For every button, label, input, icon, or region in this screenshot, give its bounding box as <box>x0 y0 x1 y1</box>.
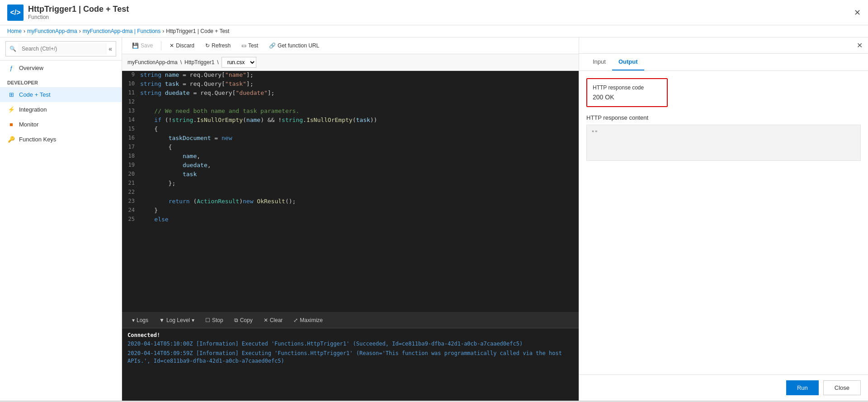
refresh-button[interactable]: ↻ Refresh <box>201 40 235 51</box>
http-response-code-label: HTTP response code <box>593 84 661 91</box>
save-button[interactable]: 💾 Save <box>127 40 157 51</box>
http-response-box: HTTP response code 200 OK <box>586 78 668 107</box>
log-entry-2: 2020-04-14T05:09:59Z [Information] Execu… <box>127 350 573 365</box>
discard-button[interactable]: ✕ Discard <box>165 40 199 51</box>
http-response-content-value: "" <box>586 125 861 161</box>
sidebar-item-overview[interactable]: ƒ Overview <box>0 61 122 75</box>
code-line-11: 11 string duedate = req.Query["duedate"]… <box>122 89 579 98</box>
stop-button[interactable]: ☐ Stop <box>201 315 228 325</box>
clear-button[interactable]: ✕ Clear <box>259 315 288 325</box>
breadcrumb-function-app[interactable]: myFunctionApp-dma <box>27 28 77 34</box>
main-layout: 🔍 « ƒ Overview Developer ⊞ Code + Test ⚡… <box>0 37 868 401</box>
developer-section-label: Developer <box>0 75 122 87</box>
sidebar-item-function-keys[interactable]: 🔑 Function Keys <box>0 132 122 147</box>
link-icon: 🔗 <box>269 42 276 49</box>
search-icon: 🔍 <box>9 46 16 52</box>
right-panel-footer: Run Close <box>579 374 868 401</box>
refresh-icon: ↻ <box>205 42 210 49</box>
code-line-25: 25 else <box>122 215 579 224</box>
filter-icon: ▼ <box>159 317 165 323</box>
toolbar-sep-1 <box>161 41 161 50</box>
http-response-content-label: HTTP response content <box>586 114 861 121</box>
collapse-sidebar-button[interactable]: « <box>108 45 112 52</box>
run-button[interactable]: Run <box>786 380 819 395</box>
sidebar-item-integration[interactable]: ⚡ Integration <box>0 102 122 117</box>
sidebar-search-area: 🔍 « <box>0 37 122 61</box>
right-tabs: Input Output <box>579 54 868 71</box>
code-line-24: 24 } <box>122 206 579 215</box>
close-button[interactable]: Close <box>823 380 861 395</box>
function-keys-icon: 🔑 <box>7 136 15 143</box>
breadcrumb: Home › myFunctionApp-dma › myFunctionApp… <box>0 25 868 37</box>
path-sep-1: \ <box>180 59 182 65</box>
log-entry-1: 2020-04-14T05:10:00Z [Information] Execu… <box>127 340 573 348</box>
save-icon: 💾 <box>132 42 139 49</box>
test-button[interactable]: ▭ Test <box>237 40 263 51</box>
copy-icon: ⧉ <box>234 317 238 323</box>
file-selector[interactable]: run.csx <box>222 57 256 68</box>
close-window-button[interactable]: ✕ <box>854 8 861 18</box>
code-line-14: 14 if (!string.IsNullOrEmpty(name) && !s… <box>122 116 579 125</box>
path-sep-2: \ <box>217 59 218 65</box>
test-icon: ▭ <box>241 42 246 49</box>
top-bar: </> HttpTrigger1 | Code + Test Function … <box>0 0 868 25</box>
code-line-23: 23 return (ActionResult)new OkResult(); <box>122 197 579 206</box>
code-line-21: 21 }; <box>122 179 579 188</box>
sidebar-item-label: Monitor <box>19 121 38 128</box>
sidebar-item-label: Function Keys <box>19 136 56 143</box>
code-line-12: 12 <box>122 98 579 107</box>
sidebar-item-label: Code + Test <box>19 91 51 98</box>
log-level-chevron-icon: ▾ <box>192 317 194 323</box>
integration-icon: ⚡ <box>7 106 15 113</box>
sidebar-item-monitor[interactable]: ■ Monitor <box>0 117 122 132</box>
tab-output[interactable]: Output <box>612 54 644 70</box>
page-title: HttpTrigger1 | Code + Test <box>28 5 129 14</box>
code-line-13: 13 // We need both name and task paramet… <box>122 107 579 116</box>
logs-toggle-button[interactable]: ▾ Logs <box>127 315 153 325</box>
code-test-icon: ⊞ <box>7 91 15 98</box>
code-line-19: 19 duedate, <box>122 161 579 170</box>
code-line-15: 15 { <box>122 125 579 134</box>
right-panel: ✕ Input Output HTTP response code 200 OK… <box>579 37 868 401</box>
http-response-code-value: 200 OK <box>593 93 661 101</box>
maximize-icon: ⤢ <box>293 317 298 323</box>
log-level-button[interactable]: ▼ Log Level ▾ <box>155 315 199 325</box>
code-line-16: 16 taskDocument = new <box>122 134 579 143</box>
code-line-22: 22 <box>122 188 579 197</box>
close-right-panel-button[interactable]: ✕ <box>857 41 863 50</box>
discard-icon: ✕ <box>170 42 174 49</box>
breadcrumb-functions[interactable]: myFunctionApp-dma | Functions <box>83 28 161 34</box>
chevron-down-icon: ▾ <box>132 317 135 323</box>
editor-area: 💾 Save ✕ Discard ↻ Refresh ▭ Test 🔗 Get … <box>122 37 579 401</box>
top-bar-title-area: HttpTrigger1 | Code + Test Function <box>28 5 129 20</box>
file-path-bar: myFunctionApp-dma \ HttpTrigger1 \ run.c… <box>122 54 579 71</box>
breadcrumb-home[interactable]: Home <box>7 28 22 34</box>
code-line-17: 17 { <box>122 143 579 152</box>
right-tab-content: HTTP response code 200 OK HTTP response … <box>579 71 868 374</box>
copy-button[interactable]: ⧉ Copy <box>230 315 257 325</box>
right-panel-close-area: ✕ <box>579 37 868 54</box>
breadcrumb-current: HttpTrigger1 | Code + Test <box>166 28 229 34</box>
maximize-button[interactable]: ⤢ Maximize <box>289 315 327 325</box>
code-lines: 9 string name = req.Query["name"]; 10 st… <box>122 71 579 312</box>
log-content: Connected! 2020-04-14T05:10:00Z [Informa… <box>122 328 579 401</box>
monitor-icon: ■ <box>7 121 15 128</box>
get-function-url-button[interactable]: 🔗 Get function URL <box>264 40 324 51</box>
code-line-9: 9 string name = req.Query["name"]; <box>122 71 579 80</box>
sidebar-item-label: Overview <box>19 65 43 71</box>
sidebar-item-code-test[interactable]: ⊞ Code + Test <box>0 87 122 102</box>
function-name-path: HttpTrigger1 <box>184 59 214 65</box>
tab-input[interactable]: Input <box>586 54 612 70</box>
page-subtitle: Function <box>28 14 129 20</box>
code-line-20: 20 task <box>122 170 579 179</box>
sidebar-item-label: Integration <box>19 106 47 113</box>
code-line-10: 10 string task = req.Query["task"]; <box>122 80 579 89</box>
log-area: ▾ Logs ▼ Log Level ▾ ☐ Stop ⧉ Copy ✕ <box>122 312 579 401</box>
editor-toolbar: 💾 Save ✕ Discard ↻ Refresh ▭ Test 🔗 Get … <box>122 37 579 54</box>
clear-icon: ✕ <box>264 317 268 323</box>
search-wrapper: 🔍 « <box>5 41 116 56</box>
search-input[interactable] <box>18 43 107 54</box>
code-editor[interactable]: 9 string name = req.Query["name"]; 10 st… <box>122 71 579 312</box>
overview-icon: ƒ <box>7 65 15 71</box>
app-icon: </> <box>7 5 24 21</box>
